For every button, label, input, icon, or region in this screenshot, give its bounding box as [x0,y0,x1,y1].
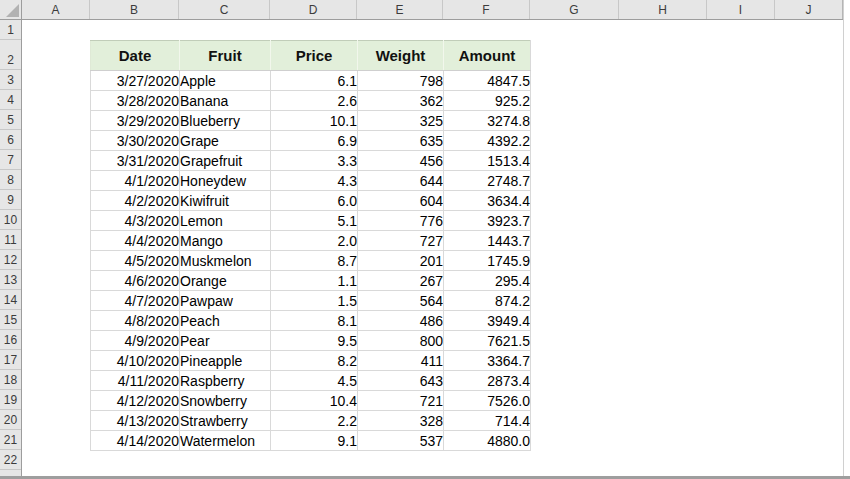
cell-weight[interactable]: 604 [358,191,444,211]
cell-date[interactable]: 4/12/2020 [91,391,180,411]
column-header-c[interactable]: C [179,0,270,19]
column-header-b[interactable]: B [90,0,179,19]
row-header-3[interactable]: 3 [0,70,21,90]
cell-fruit[interactable]: Muskmelon [180,251,271,271]
cell-date[interactable]: 4/2/2020 [91,191,180,211]
column-header-i[interactable]: I [707,0,775,19]
cell-date[interactable]: 4/9/2020 [91,331,180,351]
cell-fruit[interactable]: Apple [180,71,271,91]
row-header-5[interactable]: 5 [0,110,21,130]
row-header-18[interactable]: 18 [0,370,21,390]
cell-weight[interactable]: 537 [358,431,444,451]
table-header-fruit[interactable]: Fruit [180,41,271,71]
cell-fruit[interactable]: Pawpaw [180,291,271,311]
cell-price[interactable]: 6.9 [271,131,358,151]
cell-weight[interactable]: 798 [358,71,444,91]
cell-date[interactable]: 4/4/2020 [91,231,180,251]
cell-amount[interactable]: 874.2 [444,291,531,311]
cell-fruit[interactable]: Kiwifruit [180,191,271,211]
cell-fruit[interactable]: Honeydew [180,171,271,191]
cell-amount[interactable]: 2873.4 [444,371,531,391]
cell-amount[interactable]: 3364.7 [444,351,531,371]
cell-price[interactable]: 8.7 [271,251,358,271]
cell-weight[interactable]: 721 [358,391,444,411]
cell-fruit[interactable]: Blueberry [180,111,271,131]
cell-amount[interactable]: 7526.0 [444,391,531,411]
row-header-22[interactable]: 22 [0,450,21,470]
cell-fruit[interactable]: Pear [180,331,271,351]
cell-date[interactable]: 4/14/2020 [91,431,180,451]
cell-fruit[interactable]: Mango [180,231,271,251]
cell-fruit[interactable]: Grapefruit [180,151,271,171]
row-header-11[interactable]: 11 [0,230,21,250]
row-header-14[interactable]: 14 [0,290,21,310]
cell-price[interactable]: 6.0 [271,191,358,211]
cell-weight[interactable]: 727 [358,231,444,251]
cell-date[interactable]: 4/5/2020 [91,251,180,271]
table-header-amount[interactable]: Amount [444,41,531,71]
cell-price[interactable]: 8.2 [271,351,358,371]
row-header-9[interactable]: 9 [0,190,21,210]
row-header-20[interactable]: 20 [0,410,21,430]
row-header-12[interactable]: 12 [0,250,21,270]
row-header-2[interactable]: 2 [0,40,21,70]
cell-weight[interactable]: 201 [358,251,444,271]
cell-date[interactable]: 4/6/2020 [91,271,180,291]
cell-price[interactable]: 4.3 [271,171,358,191]
cell-price[interactable]: 10.1 [271,111,358,131]
cell-price[interactable]: 8.1 [271,311,358,331]
cell-fruit[interactable]: Pineapple [180,351,271,371]
row-header-15[interactable]: 15 [0,310,21,330]
cell-date[interactable]: 3/31/2020 [91,151,180,171]
column-header-g[interactable]: G [530,0,619,19]
cell-weight[interactable]: 411 [358,351,444,371]
row-header-7[interactable]: 7 [0,150,21,170]
cell-date[interactable]: 4/11/2020 [91,371,180,391]
table-header-date[interactable]: Date [91,41,180,71]
cell-weight[interactable]: 362 [358,91,444,111]
cell-price[interactable]: 2.2 [271,411,358,431]
cell-price[interactable]: 10.4 [271,391,358,411]
cell-date[interactable]: 4/7/2020 [91,291,180,311]
cell-date[interactable]: 4/13/2020 [91,411,180,431]
row-header-6[interactable]: 6 [0,130,21,150]
cell-fruit[interactable]: Banana [180,91,271,111]
cell-price[interactable]: 2.0 [271,231,358,251]
cell-weight[interactable]: 635 [358,131,444,151]
cell-weight[interactable]: 644 [358,171,444,191]
cell-amount[interactable]: 2748.7 [444,171,531,191]
column-header-j[interactable]: J [775,0,843,19]
row-header-1[interactable]: 1 [0,20,21,40]
cell-weight[interactable]: 328 [358,411,444,431]
cell-amount[interactable]: 4847.5 [444,71,531,91]
cell-fruit[interactable]: Grape [180,131,271,151]
cell-fruit[interactable]: Strawberry [180,411,271,431]
cell-fruit[interactable]: Watermelon [180,431,271,451]
cell-date[interactable]: 3/30/2020 [91,131,180,151]
cell-price[interactable]: 2.6 [271,91,358,111]
cell-fruit[interactable]: Lemon [180,211,271,231]
column-header-e[interactable]: E [357,0,443,19]
cell-price[interactable]: 5.1 [271,211,358,231]
cell-price[interactable]: 3.3 [271,151,358,171]
cell-weight[interactable]: 776 [358,211,444,231]
row-header-10[interactable]: 10 [0,210,21,230]
row-header-19[interactable]: 19 [0,390,21,410]
row-header-13[interactable]: 13 [0,270,21,290]
cell-amount[interactable]: 3949.4 [444,311,531,331]
cell-price[interactable]: 1.5 [271,291,358,311]
cell-date[interactable]: 3/28/2020 [91,91,180,111]
cell-weight[interactable]: 800 [358,331,444,351]
cell-date[interactable]: 4/8/2020 [91,311,180,331]
row-header-4[interactable]: 4 [0,90,21,110]
cell-amount[interactable]: 1443.7 [444,231,531,251]
cell-amount[interactable]: 925.2 [444,91,531,111]
cell-date[interactable]: 4/3/2020 [91,211,180,231]
cell-fruit[interactable]: Peach [180,311,271,331]
column-header-f[interactable]: F [443,0,530,19]
cell-weight[interactable]: 325 [358,111,444,131]
row-header-8[interactable]: 8 [0,170,21,190]
cell-price[interactable]: 9.1 [271,431,358,451]
cell-amount[interactable]: 4392.2 [444,131,531,151]
cell-amount[interactable]: 714.4 [444,411,531,431]
